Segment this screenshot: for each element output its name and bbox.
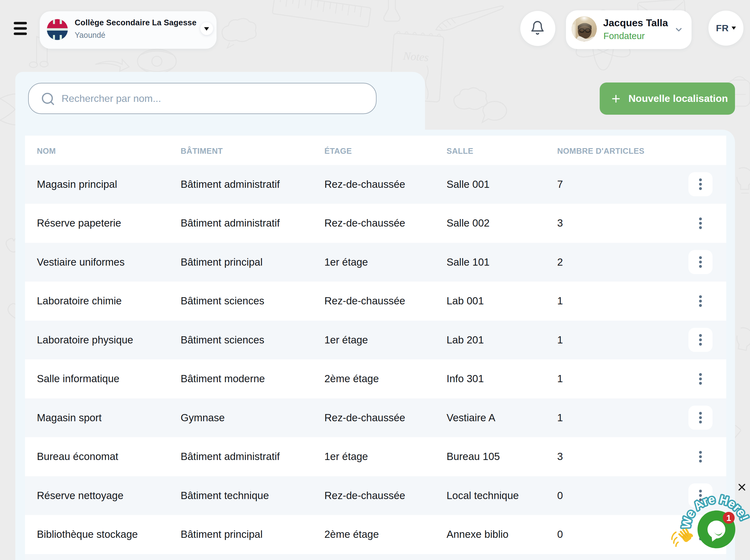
svg-text:1: 1 — [726, 514, 731, 523]
svg-text:Notes: Notes — [403, 49, 429, 64]
